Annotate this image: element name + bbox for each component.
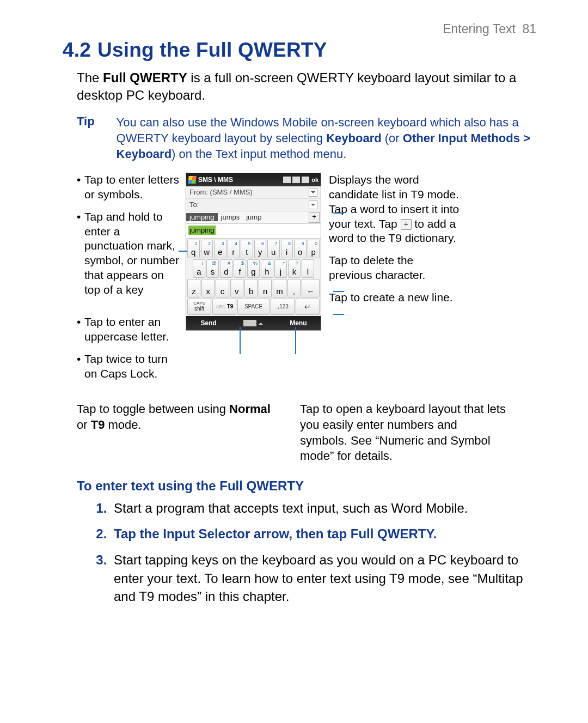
text-input-area[interactable]: jumping — [186, 224, 321, 238]
keyboard-key[interactable]: *j — [274, 259, 287, 278]
candidate-word[interactable]: jump — [243, 213, 265, 221]
left-callouts: Tap to enter letters or symbols. Tap and… — [77, 173, 181, 389]
keyboard-key[interactable]: 9o — [294, 240, 307, 258]
keyboard-key[interactable]: , — [287, 279, 301, 297]
keyboard-key[interactable]: b — [244, 279, 258, 297]
qwerty-keyboard: 1q2w3e4r5t6y7u8i9o0p !a@s#d$f%g&h*j?kl z… — [186, 238, 321, 316]
sip-selector[interactable] — [231, 320, 275, 326]
keyboard-key[interactable]: 4r — [228, 240, 240, 258]
keyboard-key[interactable]: 1q — [187, 240, 200, 258]
keyboard-key[interactable]: 3e — [214, 240, 226, 258]
typed-text: jumping — [188, 226, 216, 235]
app-title: SMS \ MMS — [198, 176, 233, 184]
message-header: From: (SMS / MMS) To: — [186, 186, 321, 211]
keyboard-key[interactable]: m — [273, 279, 286, 297]
signal-icon — [292, 177, 300, 183]
keyboard-key[interactable]: 7u — [267, 240, 280, 258]
callout-delete: Tap to delete the previous character. — [329, 253, 460, 283]
callout-newline: Tap to create a new line. — [329, 290, 460, 305]
softkey-bar: Send Menu — [186, 316, 321, 330]
enter-key[interactable]: ↵ — [296, 299, 320, 315]
ok-button[interactable]: ok — [311, 177, 318, 183]
keyboard-key[interactable]: 0p — [308, 240, 320, 258]
keyboard-key[interactable]: %g — [247, 259, 260, 278]
dropdown-icon[interactable] — [309, 188, 317, 197]
plus-icon: + — [401, 219, 412, 230]
from-field: From: (SMS / MMS) — [189, 188, 253, 196]
keyboard-key[interactable]: !a — [193, 259, 205, 278]
keyboard-key[interactable]: &h — [261, 259, 273, 278]
keyboard-key[interactable]: v — [230, 279, 243, 297]
status-bar: SMS \ MMS ok — [186, 173, 321, 186]
leader-line — [295, 327, 296, 354]
speaker-icon — [302, 177, 309, 183]
keyboard-key[interactable]: 5t — [241, 240, 253, 258]
abc-t9-toggle-key[interactable]: ABCT9 — [212, 299, 236, 315]
network-icon — [283, 177, 291, 183]
keyboard-key[interactable]: 2w — [201, 240, 213, 258]
intro-paragraph: The Full QWERTY is a full on-screen QWER… — [77, 69, 536, 105]
running-header: Entering Text 81 — [63, 22, 536, 37]
page-title: 4.2Using the Full QWERTY — [63, 39, 536, 62]
keyboard-key[interactable]: #d — [220, 259, 232, 278]
annotated-diagram: Tap to enter letters or symbols. Tap and… — [77, 173, 536, 389]
numeric-mode-key[interactable]: .,123 — [271, 299, 295, 315]
keyboard-key[interactable]: x — [201, 279, 215, 297]
manual-page: Entering Text 81 4.2Using the Full QWERT… — [0, 0, 588, 723]
leader-line — [333, 314, 344, 315]
section-name: Entering Text — [443, 22, 516, 36]
keyboard-key[interactable]: 6y — [254, 240, 267, 258]
space-key[interactable]: SPACE — [237, 299, 269, 315]
keyboard-key[interactable]: @s — [206, 259, 219, 278]
to-field[interactable]: To: — [189, 201, 199, 209]
candidate-word[interactable]: jumping — [186, 213, 218, 221]
keyboard-key[interactable]: ?k — [288, 259, 301, 278]
candidate-word[interactable]: jumps — [218, 213, 243, 221]
backspace-icon: ← — [307, 287, 315, 297]
add-word-button[interactable]: + — [309, 212, 320, 223]
tip-block: Tip You can also use the Windows Mobile … — [77, 114, 536, 162]
keyboard-key[interactable]: z — [187, 279, 200, 297]
keyboard-key[interactable]: $f — [234, 259, 246, 278]
send-softkey[interactable]: Send — [186, 319, 231, 327]
chevron-up-icon — [259, 320, 263, 325]
section-heading: Using the Full QWERTY — [97, 39, 327, 61]
tip-body: You can also use the Windows Mobile on-s… — [117, 114, 536, 162]
step-item: Tap the Input Selector arrow, then tap F… — [111, 525, 536, 543]
page-number: 81 — [522, 22, 536, 36]
keyboard-key[interactable]: l — [302, 259, 314, 278]
keyboard-icon — [243, 320, 256, 326]
windows-flag-icon — [188, 176, 196, 184]
callout-toggle-t9: Tap to toggle between using Normal or T9… — [77, 402, 284, 464]
callout-numeric-layout: Tap to open a keyboard layout that lets … — [300, 402, 507, 464]
callout-tap-letters: Tap to enter letters or symbols. — [77, 173, 181, 202]
callout-tap-hold: Tap and hold to enter a punctuation mark… — [77, 210, 181, 297]
leader-line — [333, 212, 344, 214]
below-diagram-callouts: Tap to toggle between using Normal or T9… — [77, 402, 536, 464]
callout-uppercase: Tap to enter an uppercase letter. — [77, 315, 181, 344]
menu-softkey[interactable]: Menu — [276, 319, 321, 327]
right-callouts: Displays the word candidate list in T9 m… — [329, 173, 460, 313]
steps-list: Start a program that accepts text input,… — [95, 499, 536, 606]
enter-icon: ↵ — [304, 302, 311, 311]
function-row: CAPSshift ABCT9 SPACE .,123 ↵ — [187, 299, 320, 315]
leader-line — [333, 291, 344, 292]
leader-line — [240, 327, 241, 354]
phone-screenshot: SMS \ MMS ok From: (SMS / MMS) To: jumpi… — [186, 173, 321, 331]
shift-key[interactable]: CAPSshift — [187, 299, 211, 315]
callout-candidate-list: Displays the word candidate list in T9 m… — [329, 173, 460, 246]
subsection-heading: To enter text using the Full QWERTY — [77, 478, 536, 494]
candidate-bar: jumping jumps jump + — [186, 211, 321, 224]
section-number: 4.2 — [63, 39, 91, 61]
dropdown-icon[interactable] — [309, 201, 317, 209]
callout-capslock: Tap twice to turn on Caps Lock. — [77, 352, 181, 381]
keyboard-key[interactable]: n — [259, 279, 272, 297]
keyboard-key[interactable]: c — [216, 279, 229, 297]
keyboard-key[interactable]: 8i — [281, 240, 293, 258]
backspace-key[interactable]: ← — [302, 279, 320, 297]
step-item: Start a program that accepts text input,… — [111, 499, 536, 518]
step-item: Start tapping keys on the keyboard as yo… — [111, 551, 536, 606]
tip-label: Tip — [77, 114, 95, 162]
